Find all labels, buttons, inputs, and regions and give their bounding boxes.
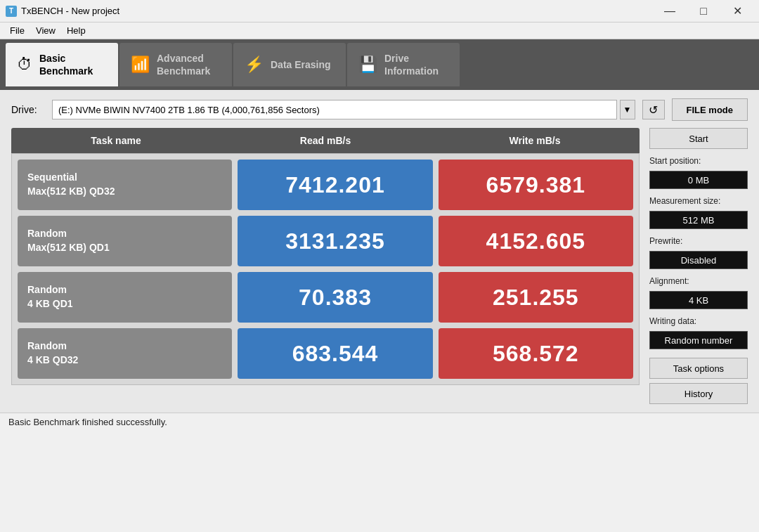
start-position-value: 0 MB <box>649 171 748 189</box>
task-name-rand-4kb-qd1: Random 4 KB QD1 <box>18 272 232 323</box>
erase-icon: ⚡ <box>245 56 264 74</box>
menu-view[interactable]: View <box>30 24 61 37</box>
measurement-size-value: 512 MB <box>649 211 748 229</box>
write-value-seq-qd32: 6579.381 <box>439 160 633 210</box>
task-name-seq-qd32: Sequential Max(512 KB) QD32 <box>18 160 232 210</box>
read-value-seq-qd32: 7412.201 <box>238 160 432 210</box>
table-row: Random 4 KB QD1 70.383 251.255 <box>18 272 633 323</box>
alignment-label: Alignment: <box>649 276 748 286</box>
table-header: Task name Read mB/s Write mB/s <box>11 128 640 153</box>
tab-drive-information[interactable]: 💾 Drive Information <box>347 43 460 86</box>
start-position-label: Start position: <box>649 156 748 166</box>
reload-icon: ↺ <box>649 103 658 117</box>
benchmark-table: Task name Read mB/s Write mB/s Sequentia… <box>11 128 640 404</box>
prewrite-label: Prewrite: <box>649 236 748 246</box>
drive-row: Drive: (E:) NVMe BIWIN NV7400 2TB 1.86 T… <box>11 98 748 121</box>
table-row: Sequential Max(512 KB) QD32 7412.201 657… <box>18 160 633 210</box>
drive-label: Drive: <box>11 104 45 115</box>
drive-selector: (E:) NVMe BIWIN NV7400 2TB 1.86 TB (4,00… <box>52 100 635 119</box>
tab-data-erasing[interactable]: ⚡ Data Erasing <box>233 43 346 86</box>
drive-icon: 💾 <box>358 56 377 74</box>
write-value-rand-4kb-qd32: 568.572 <box>439 328 633 379</box>
benchmark-area: Task name Read mB/s Write mB/s Sequentia… <box>11 128 748 404</box>
status-bar: Basic Benchmark finished successfully. <box>0 413 759 431</box>
writing-data-value: Random number <box>649 331 748 349</box>
header-read: Read mB/s <box>221 128 430 153</box>
title-bar: T TxBENCH - New project — □ ✕ <box>0 0 759 22</box>
task-name-rand-qd1-512: Random Max(512 KB) QD1 <box>18 216 232 266</box>
write-value-rand-qd1-512: 4152.605 <box>439 216 633 266</box>
menu-bar: File View Help <box>0 22 759 39</box>
app-icon: T <box>6 6 17 17</box>
history-button[interactable]: History <box>649 383 748 404</box>
main-content: Drive: (E:) NVMe BIWIN NV7400 2TB 1.86 T… <box>0 90 759 413</box>
write-value-rand-4kb-qd1: 251.255 <box>439 272 633 323</box>
window-title: TxBENCH - New project <box>21 6 119 16</box>
tab-bar: ⏱ Basic Benchmark 📶 Advanced Benchmark ⚡… <box>0 39 759 90</box>
read-value-rand-4kb-qd1: 70.383 <box>238 272 432 323</box>
clock-icon: ⏱ <box>17 56 32 74</box>
status-text: Basic Benchmark finished successfully. <box>8 417 167 427</box>
right-panel: Start Start position: 0 MB Measurement s… <box>649 128 748 404</box>
table-row: Random Max(512 KB) QD1 3131.235 4152.605 <box>18 216 633 266</box>
start-button[interactable]: Start <box>649 128 748 149</box>
measurement-size-label: Measurement size: <box>649 196 748 206</box>
header-write: Write mB/s <box>430 128 640 153</box>
prewrite-value: Disabled <box>649 251 748 269</box>
read-value-rand-qd1-512: 3131.235 <box>238 216 432 266</box>
table-body: Sequential Max(512 KB) QD32 7412.201 657… <box>11 153 640 385</box>
file-mode-button[interactable]: FILE mode <box>672 98 748 121</box>
read-value-rand-4kb-qd32: 683.544 <box>238 328 432 379</box>
alignment-value: 4 KB <box>649 291 748 309</box>
writing-data-label: Writing data: <box>649 316 748 326</box>
menu-file[interactable]: File <box>4 24 30 37</box>
menu-help[interactable]: Help <box>61 24 91 37</box>
close-button[interactable]: ✕ <box>721 0 753 22</box>
table-row: Random 4 KB QD32 683.544 568.572 <box>18 328 633 379</box>
chart-icon: 📶 <box>131 56 150 74</box>
window-controls: — □ ✕ <box>654 0 753 22</box>
drive-select[interactable]: (E:) NVMe BIWIN NV7400 2TB 1.86 TB (4,00… <box>52 100 617 119</box>
tab-basic-benchmark[interactable]: ⏱ Basic Benchmark <box>6 43 118 86</box>
drive-reload-button[interactable]: ↺ <box>642 100 665 119</box>
drive-dropdown-arrow[interactable]: ▼ <box>620 100 635 119</box>
task-options-button[interactable]: Task options <box>649 358 748 379</box>
header-task-name: Task name <box>11 128 221 153</box>
tab-advanced-benchmark[interactable]: 📶 Advanced Benchmark <box>119 43 232 86</box>
restore-button[interactable]: □ <box>687 0 720 22</box>
minimize-button[interactable]: — <box>654 0 686 22</box>
task-name-rand-4kb-qd32: Random 4 KB QD32 <box>18 328 232 379</box>
